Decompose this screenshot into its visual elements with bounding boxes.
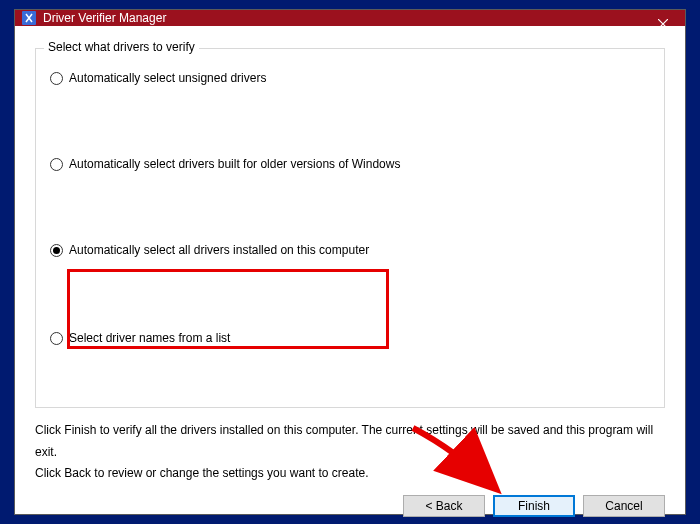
app-icon (21, 10, 37, 26)
window-title: Driver Verifier Manager (43, 11, 166, 25)
radio-icon (50, 244, 63, 257)
help-text: Click Finish to verify all the drivers i… (35, 420, 665, 485)
radio-label: Automatically select drivers built for o… (69, 157, 400, 171)
titlebar: Driver Verifier Manager (15, 10, 685, 26)
radio-icon (50, 332, 63, 345)
radio-icon (50, 158, 63, 171)
cancel-button[interactable]: Cancel (583, 495, 665, 517)
dialog-window: Driver Verifier Manager Select what driv… (14, 9, 686, 515)
radio-icon (50, 72, 63, 85)
help-line-2: Click Back to review or change the setti… (35, 463, 665, 485)
group-legend: Select what drivers to verify (44, 40, 199, 54)
help-line-1: Click Finish to verify all the drivers i… (35, 420, 665, 463)
radio-label: Automatically select unsigned drivers (69, 71, 266, 85)
finish-button[interactable]: Finish (493, 495, 575, 517)
driver-selection-group: Select what drivers to verify Automatica… (35, 48, 665, 408)
content-area: Select what drivers to verify Automatica… (15, 26, 685, 524)
radio-older-windows-drivers[interactable]: Automatically select drivers built for o… (50, 155, 650, 173)
button-row: < Back Finish Cancel (35, 485, 665, 517)
radio-unsigned-drivers[interactable]: Automatically select unsigned drivers (50, 69, 650, 87)
radio-label: Select driver names from a list (69, 331, 230, 345)
back-button[interactable]: < Back (403, 495, 485, 517)
radio-label: Automatically select all drivers install… (69, 243, 369, 257)
radio-select-from-list[interactable]: Select driver names from a list (50, 329, 650, 347)
radio-all-installed-drivers[interactable]: Automatically select all drivers install… (50, 241, 650, 259)
